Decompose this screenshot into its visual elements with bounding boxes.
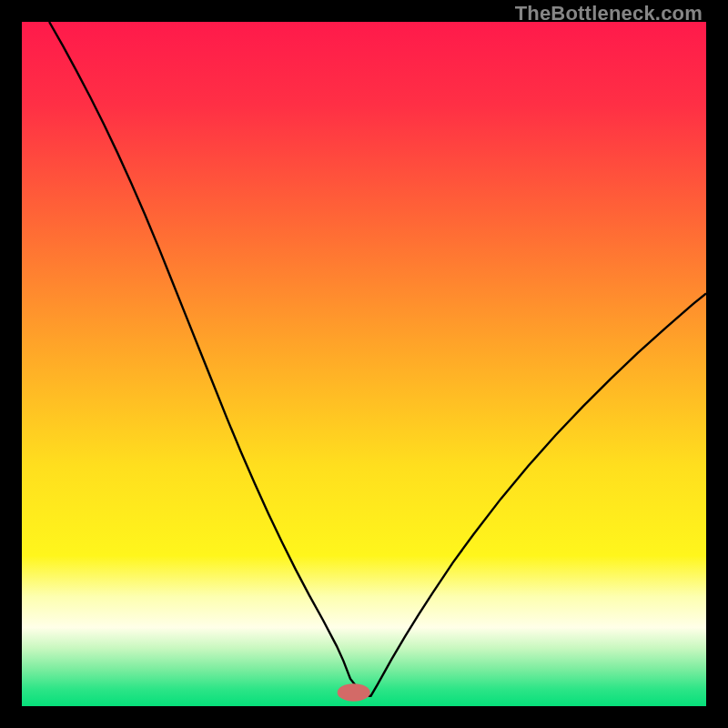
watermark-text: TheBottleneck.com	[515, 2, 703, 25]
gradient-background	[22, 22, 706, 706]
chart-frame	[22, 22, 706, 706]
bottleneck-chart	[22, 22, 706, 706]
optimal-point-marker	[338, 683, 370, 702]
